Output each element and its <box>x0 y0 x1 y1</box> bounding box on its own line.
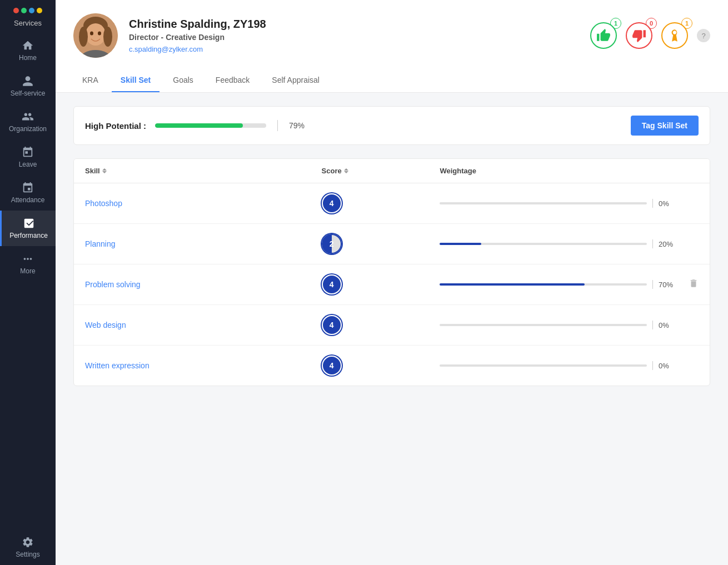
award-badge[interactable]: 1 <box>661 22 688 49</box>
tag-skill-set-button[interactable]: Tag Skill Set <box>631 116 699 136</box>
profile-info: Christine Spalding, ZY198 Director - Cre… <box>73 13 266 58</box>
profile-header: Christine Spalding, ZY198 Director - Cre… <box>56 0 728 93</box>
logo-dot-yellow <box>37 8 42 13</box>
more-icon <box>22 253 34 265</box>
sidebar-label-organization: Organization <box>9 125 47 133</box>
skill-name-planning[interactable]: Planning <box>85 239 322 248</box>
tab-kra[interactable]: KRA <box>73 69 107 92</box>
sidebar-label-more: More <box>20 267 35 275</box>
delete-icon-problem-solving[interactable] <box>676 278 699 291</box>
table-row: Problem solving 4 70% <box>74 264 710 305</box>
content-area: High Potential : 79% Tag Skill Set Skill… <box>56 93 728 565</box>
sidebar-item-attendance[interactable]: Attendance <box>0 175 56 211</box>
thumbs-down-badge[interactable]: 0 <box>626 22 652 49</box>
performance-icon <box>23 217 35 229</box>
avatar-image <box>73 13 118 58</box>
main-content: Christine Spalding, ZY198 Director - Cre… <box>56 0 728 565</box>
thumbs-down-icon <box>632 28 646 43</box>
weightage-pct-web-design: 0% <box>659 321 676 329</box>
thumbs-up-icon <box>596 28 611 43</box>
weightage-pct-problem-solving: 70% <box>659 281 676 289</box>
svg-point-2 <box>86 23 106 46</box>
tabs-row: KRA Skill Set Goals Feedback Self Apprai… <box>73 69 710 92</box>
score-cell-written-expression: 4 <box>322 356 440 376</box>
tab-self-appraisal[interactable]: Self Appraisal <box>263 69 328 92</box>
progress-divider <box>277 120 278 131</box>
sidebar-label-settings: Settings <box>16 551 39 558</box>
weightage-cell-photoshop: 0% <box>440 199 676 208</box>
weightage-bar-web-design <box>440 324 647 326</box>
svg-point-3 <box>79 27 88 47</box>
score-circle-planning: 2 <box>322 234 342 254</box>
table-row: Planning 2 20% <box>74 224 710 264</box>
sidebar-item-settings[interactable]: Settings <box>0 529 56 565</box>
sidebar-label-self-service: Self-service <box>11 89 46 97</box>
high-potential-fill <box>155 123 243 128</box>
help-icon[interactable]: ? <box>697 29 710 42</box>
table-row: Web design 4 0% <box>74 305 710 346</box>
weightage-pct-written-expression: 0% <box>659 362 676 370</box>
sidebar-label-home: Home <box>19 54 37 62</box>
sidebar-item-organization[interactable]: Organization <box>0 104 56 139</box>
high-potential-bar <box>155 123 266 128</box>
organization-icon <box>22 111 34 123</box>
home-icon <box>22 39 34 52</box>
sidebar-item-self-service[interactable]: Self-service <box>0 68 56 104</box>
weightage-divider-written-expression <box>652 361 653 370</box>
profile-role: Director - Creative Design <box>129 33 266 42</box>
skill-name-photoshop[interactable]: Photoshop <box>85 199 322 208</box>
self-service-icon <box>22 75 34 87</box>
thumbs-down-icon-wrap <box>626 22 652 49</box>
thumbs-up-badge[interactable]: 1 <box>590 22 617 49</box>
sidebar-item-home[interactable]: Home <box>0 33 56 68</box>
tabs: KRA Skill Set Goals Feedback Self Apprai… <box>73 69 333 92</box>
skill-name-web-design[interactable]: Web design <box>85 321 322 329</box>
sidebar-item-leave[interactable]: Leave <box>0 139 56 175</box>
sidebar-label-attendance: Attendance <box>11 196 45 204</box>
weightage-divider-problem-solving <box>652 280 653 289</box>
weightage-cell-written-expression: 0% <box>440 361 676 370</box>
attendance-icon <box>22 182 34 194</box>
weightage-fill-planning <box>440 243 481 245</box>
skill-sort-icon[interactable] <box>102 168 107 173</box>
header-score: Score <box>322 167 440 175</box>
logo-dot-blue <box>29 8 34 13</box>
tab-feedback[interactable]: Feedback <box>207 69 258 92</box>
weightage-bar-problem-solving <box>440 283 647 286</box>
profile-role-title: Director <box>129 33 159 42</box>
svg-point-5 <box>90 32 93 36</box>
profile-details: Christine Spalding, ZY198 Director - Cre… <box>129 18 266 54</box>
high-potential-percentage: 79% <box>289 121 305 130</box>
skill-name-problem-solving[interactable]: Problem solving <box>85 280 322 289</box>
weightage-pct-photoshop: 0% <box>659 199 676 208</box>
profile-top: Christine Spalding, ZY198 Director - Cre… <box>73 13 710 58</box>
sidebar-item-performance[interactable]: Performance <box>0 211 56 246</box>
skill-name-written-expression[interactable]: Written expression <box>85 361 322 370</box>
profile-email[interactable]: c.spalding@zylker.com <box>129 45 203 53</box>
weightage-divider-web-design <box>652 321 653 329</box>
settings-icon <box>22 536 34 548</box>
profile-role-separator: - <box>161 33 166 42</box>
table-header: Skill Score Weightage <box>74 159 710 183</box>
score-sort-icon[interactable] <box>344 168 348 173</box>
profile-badges: 1 0 1 <box>590 22 710 49</box>
profile-name: Christine Spalding, ZY198 <box>129 18 266 31</box>
high-potential-section: High Potential : 79% Tag Skill Set <box>73 106 710 145</box>
score-cell-problem-solving: 4 <box>322 274 440 294</box>
tab-skill-set[interactable]: Skill Set <box>112 69 159 92</box>
weightage-divider-photoshop <box>652 199 653 208</box>
score-cell-photoshop: 4 <box>322 193 440 213</box>
table-row: Written expression 4 0% <box>74 346 710 386</box>
sidebar-label-performance: Performance <box>9 232 48 239</box>
header-skill: Skill <box>85 167 322 175</box>
weightage-cell-planning: 20% <box>440 239 676 248</box>
tab-goals[interactable]: Goals <box>164 69 202 92</box>
sidebar-item-more[interactable]: More <box>0 246 56 282</box>
weightage-pct-planning: 20% <box>659 240 676 248</box>
high-potential-label: High Potential : <box>85 121 146 131</box>
score-circle-problem-solving: 4 <box>322 274 342 294</box>
table-row: Photoshop 4 0% <box>74 183 710 224</box>
app-logo <box>0 0 56 19</box>
sidebar: Services Home Self-service Organization … <box>0 0 56 565</box>
profile-department: Creative Design <box>166 33 225 42</box>
